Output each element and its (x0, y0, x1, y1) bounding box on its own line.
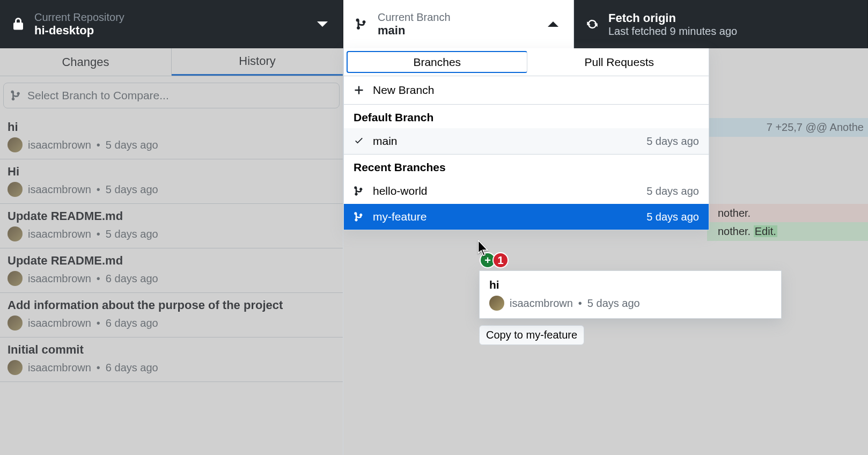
git-branch-icon (354, 211, 365, 222)
chevron-up-icon (548, 21, 558, 27)
commit-item[interactable]: Update README.md isaacmbrown • 6 days ag… (0, 248, 343, 293)
git-branch-icon (354, 186, 365, 196)
repo-label: Current Repository (34, 11, 124, 24)
commit-item[interactable]: Hi isaacmbrown • 5 days ago (0, 159, 343, 204)
fetch-title: Fetch origin (608, 11, 737, 25)
git-branch-icon (353, 16, 370, 33)
avatar (8, 315, 23, 331)
drag-badge: + 1 (480, 252, 509, 268)
compare-placeholder: Select Branch to Compare... (27, 89, 169, 102)
count-badge: 1 (492, 252, 509, 268)
default-branch-heading: Default Branch (344, 105, 709, 128)
drag-tooltip: Copy to my-feature (479, 325, 584, 345)
commit-item[interactable]: Update README.md isaacmbrown • 5 days ag… (0, 204, 343, 248)
tab-history[interactable]: History (172, 48, 343, 76)
branch-dropdown: Branches Pull Requests New Branch Defaul… (343, 48, 709, 230)
topbar: Current Repository hi-desktop Current Br… (0, 0, 868, 48)
branch-selector[interactable]: Current Branch main (343, 0, 574, 48)
commit-item[interactable]: hi isaacmbrown • 5 days ago (0, 115, 343, 159)
check-icon (354, 136, 365, 146)
lock-icon (10, 16, 27, 33)
dropdown-tab-pull-requests[interactable]: Pull Requests (530, 48, 709, 76)
avatar (489, 296, 504, 311)
tab-changes[interactable]: Changes (0, 48, 172, 76)
commit-item[interactable]: Add information about the purpose of the… (0, 293, 343, 337)
avatar (8, 137, 23, 152)
branch-item-hello-world[interactable]: hello-world 5 days ago (344, 178, 709, 204)
drag-preview-card: hi isaacmbrown • 5 days ago (479, 270, 782, 319)
new-branch-button[interactable]: New Branch (344, 76, 709, 105)
avatar (8, 271, 23, 286)
git-branch-icon (10, 90, 22, 101)
sidebar-tabs: Changes History (0, 48, 343, 76)
fetch-sub: Last fetched 9 minutes ago (608, 25, 737, 38)
dropdown-tab-branches[interactable]: Branches (347, 51, 527, 73)
sidebar: Changes History Select Branch to Compare… (0, 48, 343, 455)
avatar (8, 360, 23, 375)
drag-commit-title: hi (489, 278, 771, 291)
repo-selector[interactable]: Current Repository hi-desktop (0, 0, 343, 48)
branch-name: main (378, 24, 451, 38)
plus-icon (354, 85, 365, 96)
avatar (8, 226, 23, 241)
sync-icon (584, 16, 601, 33)
branch-label: Current Branch (378, 11, 451, 24)
fetch-button[interactable]: Fetch origin Last fetched 9 minutes ago (574, 0, 868, 48)
commit-list: hi isaacmbrown • 5 days ago Hi isaacmbro… (0, 115, 343, 382)
recent-branches-heading: Recent Branches (344, 155, 709, 178)
commit-item[interactable]: Initial commit isaacmbrown • 6 days ago (0, 337, 343, 382)
branch-item-main[interactable]: main 5 days ago (344, 128, 709, 155)
compare-branch-select[interactable]: Select Branch to Compare... (3, 83, 340, 108)
repo-name: hi-desktop (34, 24, 124, 38)
branch-item-my-feature[interactable]: my-feature 5 days ago (344, 204, 709, 230)
main: Changes History Select Branch to Compare… (0, 48, 868, 455)
avatar (8, 182, 23, 197)
chevron-down-icon (317, 21, 328, 27)
